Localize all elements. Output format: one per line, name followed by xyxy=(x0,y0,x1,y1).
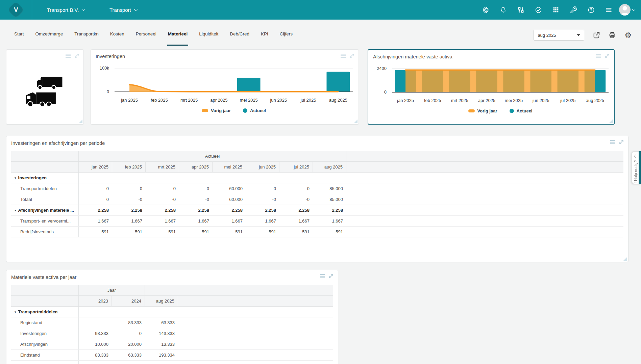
expand-icon[interactable] xyxy=(328,274,334,279)
expand-icon[interactable] xyxy=(605,53,610,59)
row-label: Eindstand xyxy=(11,350,79,360)
legend-label: Actueel xyxy=(250,108,266,113)
panel-title: Investeringen xyxy=(96,54,125,59)
app-logo[interactable]: V xyxy=(0,0,32,20)
row-value: -0 xyxy=(179,194,213,205)
x-axis-tick: jul 2025 xyxy=(554,98,582,103)
row-value: -0 xyxy=(279,194,313,205)
tab-kosten[interactable]: Kosten xyxy=(109,20,125,46)
tab-liquiditeit[interactable]: Liquiditeit xyxy=(198,20,219,46)
row-value xyxy=(213,173,246,183)
menu-hamburger-icon[interactable] xyxy=(600,0,617,20)
chevron-left-icon xyxy=(634,155,638,158)
row-value: 2.258 xyxy=(279,205,313,215)
tasks-check-icon[interactable] xyxy=(529,0,547,20)
row-value xyxy=(145,361,178,364)
collapse-caret-icon[interactable]: ▾ xyxy=(15,176,16,180)
tab-materieel[interactable]: Materieel xyxy=(167,20,189,46)
tab-cijfers[interactable]: Cijfers xyxy=(279,20,293,46)
row-value: 1.667 xyxy=(246,216,279,226)
legend-vorig-jaar[interactable]: Vorig jaar xyxy=(202,108,231,113)
table-group-header-row: Actueel xyxy=(11,151,623,162)
chart-plot xyxy=(392,66,609,95)
table-row-bedrijfsinventaris: Bedrijfsinventaris5915915915915915915915… xyxy=(11,227,623,237)
table-column-header-row: jan 2025feb 2025mrt 2025apr 2025mei 2025… xyxy=(11,162,623,173)
widget-menu-icon[interactable] xyxy=(610,140,616,145)
row-value: 143.333 xyxy=(145,328,178,339)
row-value: 591 xyxy=(313,227,346,237)
row-value: 2.258 xyxy=(213,205,246,215)
legend-vorig-jaar[interactable]: Vorig jaar xyxy=(468,108,497,113)
period-select[interactable]: aug 2025 xyxy=(534,30,584,41)
row-value: -0 xyxy=(246,194,279,205)
row-value: 2.258 xyxy=(246,205,279,215)
expand-icon[interactable] xyxy=(74,53,79,58)
chevron-down-icon xyxy=(82,7,85,11)
widget-menu-icon[interactable] xyxy=(320,274,325,279)
x-axis-tick: aug 2025 xyxy=(582,98,609,103)
x-axis-tick: jun 2025 xyxy=(264,98,293,103)
widget-menu-icon[interactable] xyxy=(65,53,71,58)
help-tab-label: Hulp nodig? xyxy=(634,159,638,181)
x-axis-tick: mei 2025 xyxy=(500,98,527,103)
expand-icon[interactable] xyxy=(349,53,354,58)
resize-handle[interactable] xyxy=(609,119,613,123)
apps-grid-icon[interactable] xyxy=(547,0,565,20)
resize-handle[interactable] xyxy=(354,120,358,123)
legend-actueel[interactable]: Actueel xyxy=(510,108,533,113)
widget-menu-icon[interactable] xyxy=(340,53,346,58)
legend-actueel[interactable]: Actueel xyxy=(243,108,266,113)
row-value: -0 xyxy=(146,183,179,194)
share-icon[interactable] xyxy=(593,31,600,39)
row-value: 0 xyxy=(79,194,112,205)
user-avatar[interactable] xyxy=(617,0,636,20)
row-value: 2.258 xyxy=(179,205,213,215)
advisor-badge-icon[interactable] xyxy=(477,0,494,20)
bar-aug-2025 xyxy=(326,72,350,92)
tab-kpi[interactable]: KPI xyxy=(260,20,269,46)
help-flyout-tab[interactable]: Hulp nodig? … xyxy=(632,151,641,184)
row-value xyxy=(146,173,179,183)
row-value: 1.667 xyxy=(146,216,179,226)
dashboard-view-selector[interactable]: Transport xyxy=(100,0,147,20)
materiele-vaste-activa-table-panel: Materiele vaste activa per jaar Jaar2023… xyxy=(6,270,338,364)
collapse-caret-icon[interactable]: ▾ xyxy=(15,209,16,212)
row-value: -0 xyxy=(279,183,313,194)
x-axis-tick: feb 2025 xyxy=(144,98,174,103)
row-label: Totaal xyxy=(11,194,79,205)
table-row-transportmiddelen: ▾Transportmiddelen xyxy=(11,307,333,317)
period-select-value: aug 2025 xyxy=(538,33,556,38)
expand-icon[interactable] xyxy=(619,139,624,145)
switch-administration-icon[interactable] xyxy=(512,0,529,20)
row-label: ▾Afschrijvingen materiële ... xyxy=(11,205,79,215)
row-value: 20.000 xyxy=(112,339,145,349)
tab-start[interactable]: Start xyxy=(14,20,25,46)
print-icon[interactable] xyxy=(609,31,616,39)
row-label: Transportmiddelen xyxy=(11,183,79,194)
row-value: 591 xyxy=(279,227,313,237)
notifications-bell-icon[interactable] xyxy=(494,0,512,20)
tab-transportkn[interactable]: Transportkn xyxy=(74,20,99,46)
row-label: Beginstand xyxy=(11,317,79,328)
x-axis-tick: jan 2025 xyxy=(115,98,144,103)
company-selector[interactable]: Transport B.V. xyxy=(32,0,100,20)
tab-omzet-marge[interactable]: Omzet/marge xyxy=(35,20,64,46)
y-axis-tick: 0 xyxy=(384,89,387,95)
y-axis-tick: 0 xyxy=(107,89,109,95)
widget-menu-icon[interactable] xyxy=(596,54,601,58)
resize-handle[interactable] xyxy=(623,257,627,261)
row-value xyxy=(79,317,112,328)
table-row-transport-en-vervoermi: Transport- en vervoermi...1.6671.6671.66… xyxy=(11,216,623,227)
x-axis-tick: aug 2025 xyxy=(323,98,353,103)
resize-handle[interactable] xyxy=(79,120,82,123)
avatar xyxy=(619,4,631,16)
x-axis-tick: mei 2025 xyxy=(234,98,264,103)
help-question-icon[interactable] xyxy=(582,0,600,20)
collapse-caret-icon[interactable]: ▾ xyxy=(15,310,16,314)
tools-wrench-icon[interactable] xyxy=(565,0,582,20)
legend-dot-icon xyxy=(510,109,514,113)
tab-personeel[interactable]: Personeel xyxy=(135,20,157,46)
settings-gear-icon[interactable]: ⚙ xyxy=(624,31,632,39)
column-header-2023: 2023 xyxy=(79,296,112,306)
tab-deb-cred[interactable]: Deb/Cred xyxy=(229,20,250,46)
